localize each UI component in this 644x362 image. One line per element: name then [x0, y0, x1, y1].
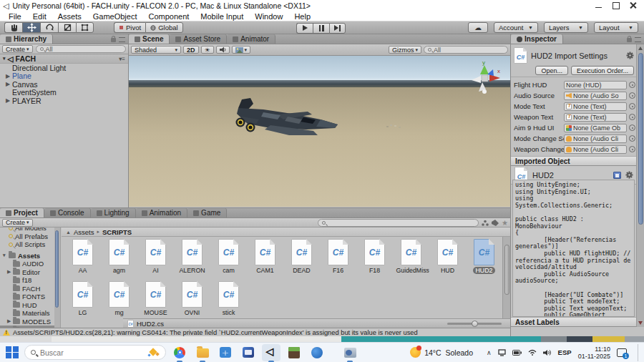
hierarchy-item[interactable]: ▶ PLAYER	[0, 97, 128, 105]
object-field[interactable]: None (Text)	[564, 102, 627, 111]
hierarchy-search-input[interactable]: All	[36, 45, 126, 53]
step-button[interactable]	[329, 23, 346, 34]
gear-icon[interactable]	[625, 171, 633, 179]
project-file[interactable]: C# mg	[101, 281, 137, 318]
taskbar-store-icon[interactable]	[216, 344, 235, 361]
scene-viewport[interactable]: y x	[129, 56, 510, 207]
scene-view-tab[interactable]: Asset Store	[170, 34, 227, 44]
pause-button[interactable]	[313, 23, 329, 34]
scrollbar-thumb[interactable]	[638, 53, 643, 225]
asset-labels-header[interactable]: Asset Labels	[511, 317, 637, 327]
project-file[interactable]: C# CAM1	[247, 239, 283, 280]
project-file[interactable]: C# ALERON	[174, 239, 210, 280]
layers-dropdown[interactable]: Layers▼	[544, 22, 588, 33]
console-warning-message[interactable]: Assets/SCRIPTS/HUD2.cs(28,21): warning C…	[13, 329, 418, 336]
bottom-panel-tab[interactable]: Animation	[136, 208, 187, 217]
project-file[interactable]: C# cam	[210, 239, 247, 280]
thumbnail-size-slider[interactable]	[447, 323, 502, 325]
lock-icon[interactable]	[627, 38, 632, 42]
scene-search-input[interactable]: All	[424, 46, 508, 54]
object-field[interactable]: None (Audio So	[564, 92, 627, 100]
wifi-tray-icon[interactable]	[528, 349, 537, 356]
taskbar-blue-app-icon[interactable]	[239, 344, 258, 361]
pivot-toggle-button[interactable]: Pivot	[114, 22, 145, 33]
project-folder[interactable]: ▶ MODELS	[0, 318, 60, 326]
object-picker-icon[interactable]	[629, 92, 635, 99]
object-field[interactable]: None (Audio Cli	[564, 145, 627, 154]
menu-item[interactable]: File	[3, 12, 27, 21]
expand-arrow-icon[interactable]: ▶	[7, 269, 13, 275]
project-folder[interactable]: ▶ FONTS	[0, 293, 60, 301]
expand-arrow-icon[interactable]: ▶	[6, 81, 12, 87]
taskbar-chrome-icon[interactable]	[170, 344, 189, 361]
scene-view-tab[interactable]: Scene	[129, 34, 170, 44]
scroll-down-icon[interactable]	[638, 321, 643, 325]
taskbar-weather-widget[interactable]: 14°C Soleado	[410, 347, 473, 358]
object-field[interactable]: None (Audio Cli	[564, 134, 627, 143]
project-file[interactable]: C# HUD2	[466, 239, 502, 280]
object-field[interactable]: None (Text)	[564, 113, 627, 122]
project-folder[interactable]: ▶ HUD	[0, 301, 60, 310]
menu-item[interactable]: Component	[142, 12, 195, 21]
project-search-input[interactable]	[318, 219, 479, 227]
project-file[interactable]: C# agm	[101, 239, 137, 280]
search-input[interactable]	[40, 348, 119, 357]
object-picker-icon[interactable]	[629, 82, 635, 88]
execution-order-button[interactable]: Execution Order...	[571, 66, 634, 75]
object-picker-icon[interactable]	[629, 103, 635, 109]
bottom-panel-tab[interactable]: Project	[0, 208, 44, 217]
project-file[interactable]: C# DEAD	[283, 239, 320, 280]
scene-orientation-gizmo[interactable]: y x	[466, 59, 503, 94]
taskbar-app-icon[interactable]	[341, 344, 359, 361]
cloud-services-button[interactable]: ☁	[468, 22, 488, 33]
taskbar-minecraft-icon[interactable]	[285, 344, 303, 361]
close-button[interactable]	[630, 2, 637, 9]
project-folder[interactable]: ▶ f18	[0, 276, 60, 285]
hierarchy-item[interactable]: ▶ Canvas	[0, 80, 128, 89]
layout-dropdown[interactable]: Layout▼	[594, 22, 638, 33]
tab-inspector[interactable]: Inspector	[511, 34, 563, 44]
battery-tray-icon[interactable]	[512, 350, 522, 356]
scroll-up-icon[interactable]	[638, 47, 643, 50]
project-file[interactable]: C# stick	[210, 281, 247, 318]
status-bar[interactable]: Assets/SCRIPTS/HUD2.cs(28,21): warning C…	[0, 328, 510, 336]
rect-tool-button[interactable]	[76, 22, 94, 33]
gizmos-dropdown[interactable]: Gizmos▾	[389, 46, 421, 54]
foldout-arrow-icon[interactable]: ▾	[3, 56, 6, 62]
favorite-search-item[interactable]: All Prefabs	[0, 233, 60, 241]
panel-menu-icon[interactable]	[119, 37, 125, 42]
scene-options-icon[interactable]: ▾≡	[119, 56, 125, 62]
breadcrumb-assets[interactable]: Assets	[74, 228, 94, 236]
scrollbar-thumb[interactable]	[55, 230, 59, 308]
taskbar-clock[interactable]: 11:10 01-11-2025	[578, 346, 610, 360]
language-indicator[interactable]: ESP	[558, 348, 572, 356]
scale-tool-button[interactable]	[58, 22, 76, 33]
hierarchy-create-button[interactable]: Create▾	[2, 45, 33, 53]
project-file[interactable]: C# F18	[356, 239, 393, 280]
bottom-panel-tab[interactable]: Console	[44, 208, 91, 217]
taskbar-round-app-icon[interactable]	[308, 344, 326, 361]
taskbar-search[interactable]	[24, 345, 166, 360]
scene-root-row[interactable]: ▾ ◁ FACH ▾≡	[0, 54, 128, 64]
project-create-button[interactable]: Create▾	[2, 219, 33, 227]
expand-arrow-icon[interactable]: ▶	[6, 97, 12, 104]
bottom-panel-tab[interactable]: Lighting	[91, 208, 136, 217]
breadcrumb-current[interactable]: SCRIPTS	[102, 228, 132, 236]
project-file[interactable]: C# MOUSE	[137, 281, 174, 318]
open-script-button[interactable]: Open...	[535, 66, 568, 75]
menu-item[interactable]: Edit	[27, 12, 52, 21]
tab-hierarchy[interactable]: Hierarchy	[0, 34, 53, 44]
slider-knob[interactable]	[472, 321, 478, 327]
taskbar-unity-icon[interactable]	[262, 344, 280, 361]
menu-item[interactable]: GameObject	[87, 12, 143, 21]
hand-tool-button[interactable]	[4, 22, 22, 33]
favorite-search-item[interactable]: All Scripts	[0, 240, 60, 249]
project-file[interactable]: C# LG	[64, 281, 101, 318]
favorites-star-icon[interactable]: ★	[502, 219, 508, 227]
menu-item[interactable]: Window	[249, 12, 288, 21]
taskbar-explorer-icon[interactable]	[193, 344, 212, 361]
object-field[interactable]: None (Game Ob	[564, 124, 627, 132]
help-book-icon[interactable]	[613, 172, 621, 179]
object-picker-icon[interactable]	[629, 146, 635, 152]
menu-item[interactable]: Help	[288, 12, 316, 21]
